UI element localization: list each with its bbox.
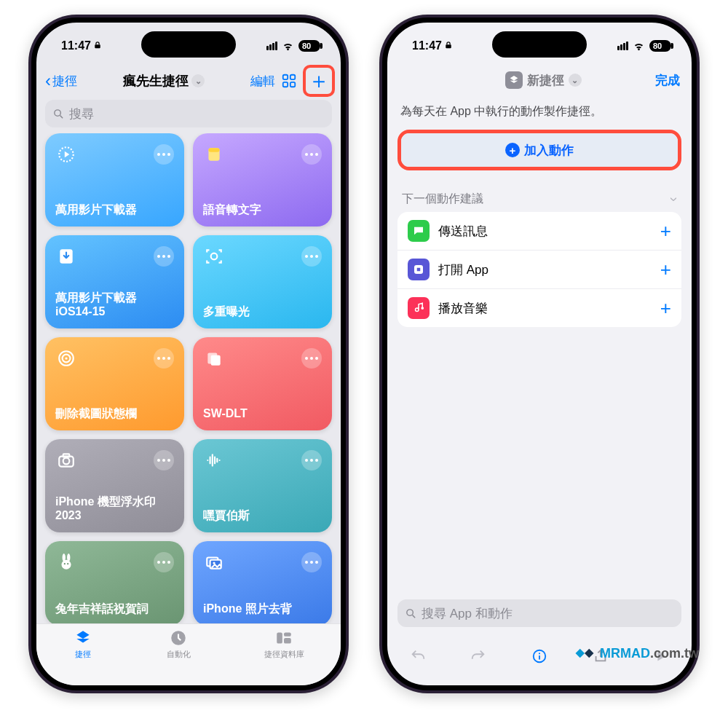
shortcut-app-icon [505,71,523,89]
more-icon[interactable] [301,552,322,572]
svg-point-22 [62,560,71,570]
prompt-text: 為每天在 App 中執行的動作製作捷徑。 [387,95,692,125]
tile-label: 刪除截圖狀態欄 [55,406,174,420]
suggestion-label: 打開 App [438,261,652,278]
svg-rect-3 [283,82,288,87]
chevron-down-icon: › [666,197,683,202]
suggestion-item-open-app[interactable]: 打開 App + [397,250,681,288]
back-label: 捷徑 [52,73,77,90]
dynamic-island [492,31,587,58]
shortcut-tile[interactable]: 萬用影片下載器 iOS14-15 [45,235,184,328]
search-placeholder: 搜尋 [69,106,94,122]
add-icon[interactable]: + [660,259,671,281]
add-shortcut-button[interactable]: ＋ [308,70,330,92]
plus-circle-icon: + [505,143,520,157]
tile-label: SW-DLT [203,406,322,420]
camera-scan-icon [203,245,225,267]
shortcut-title[interactable]: 新捷徑 ⌄ [505,71,582,89]
view-mode-button[interactable] [280,73,298,89]
waveform-icon [203,449,225,471]
more-icon[interactable] [301,348,322,369]
phone-right: 11:47 80 新捷徑 ⌄ 完成 為每天在 App 中執行的 [379,15,700,693]
chevron-down-icon: ⌄ [569,74,582,87]
shortcut-tile[interactable]: 兔年吉祥話祝賀詞 [45,541,184,623]
back-button[interactable]: ‹ 捷徑 [45,72,77,90]
tab-label: 捷徑資料庫 [264,649,304,660]
chevron-left-icon: ‹ [45,72,51,90]
search-actions-input[interactable]: 搜尋 App 和動作 [397,599,681,627]
more-icon[interactable] [154,144,174,165]
shortcut-tile[interactable]: iPhone 機型浮水印2023 [45,439,184,532]
lock-icon [445,39,452,52]
svg-line-36 [413,615,416,618]
tile-label: 嘿賈伯斯 [203,508,322,522]
svg-rect-16 [211,355,221,366]
svg-rect-2 [290,75,295,79]
wifi-icon [633,40,645,52]
more-icon[interactable] [154,552,174,572]
done-button[interactable]: 完成 [655,72,680,89]
add-action-label: 加入動作 [524,142,574,159]
svg-point-35 [407,609,414,615]
add-icon[interactable]: + [660,220,671,243]
svg-point-18 [63,458,70,465]
svg-point-11 [211,253,218,260]
chevron-down-icon: ⌄ [191,74,205,87]
shortcut-tile[interactable]: 萬用影片下載器 [45,133,184,226]
shortcut-tile[interactable]: SW-DLT [193,337,332,430]
more-icon[interactable] [301,144,322,165]
more-icon[interactable] [154,246,174,267]
more-icon[interactable] [154,450,174,470]
add-action-button[interactable]: + 加入動作 [401,133,678,167]
search-icon [405,607,417,620]
more-icon[interactable] [154,348,174,369]
search-input[interactable]: 搜尋 [45,100,332,127]
svg-point-14 [65,357,67,359]
info-button[interactable] [529,646,550,666]
phone-left: 11:47 80 ‹ 捷徑 瘋先生捷徑 ⌄ 編輯 [28,15,349,693]
shortcut-tile[interactable]: 多重曝光 [193,235,332,328]
svg-rect-4 [290,82,295,87]
shortcut-tile[interactable]: 嘿賈伯斯 [193,439,332,532]
tab-shortcuts[interactable]: 捷徑 [73,629,93,660]
suggestion-item-play-music[interactable]: 播放音樂 + [397,288,681,327]
tab-automation[interactable]: 自動化 [167,629,191,660]
svg-point-23 [64,563,66,564]
rabbit-icon [55,551,77,573]
svg-rect-30 [284,632,291,636]
tab-gallery[interactable]: 捷徑資料庫 [264,629,304,660]
tab-label: 自動化 [167,649,191,660]
music-icon [408,297,430,319]
more-icon[interactable] [301,246,322,267]
svg-rect-31 [284,638,291,644]
suggestion-item-messages[interactable]: 傳送訊息 + [397,212,681,250]
add-icon[interactable]: + [660,297,671,320]
suggestions-header[interactable]: 下一個動作建議 › [387,191,692,212]
shortcut-tile[interactable]: iPhone 照片去背 [193,541,332,623]
tile-label: iPhone 照片去背 [203,602,322,615]
dynamic-island [141,31,236,58]
photos-icon [203,551,225,573]
shortcut-tile[interactable]: 語音轉文字 [193,133,332,226]
stack-icon [203,347,225,369]
undo-button[interactable] [408,646,428,666]
edit-button[interactable]: 編輯 [250,73,275,90]
tile-label: 兔年吉祥話祝賀詞 [55,602,174,615]
suggestions-list: 傳送訊息 + 打開 App + 播放音樂 + [397,212,681,327]
search-placeholder: 搜尋 App 和動作 [422,605,513,622]
cellular-signal-icon [266,42,277,50]
tile-label: iPhone 機型浮水印2023 [55,495,174,522]
cellular-signal-icon [617,42,628,50]
redo-button[interactable] [468,646,488,666]
status-time: 11:47 [61,39,91,52]
folder-title[interactable]: 瘋先生捷徑 ⌄ [82,72,246,90]
more-icon[interactable] [301,450,322,470]
mrmad-logo-icon [574,645,596,662]
status-time: 11:47 [412,39,442,52]
svg-line-6 [60,115,63,118]
target-icon [55,347,77,369]
svg-rect-29 [277,632,282,643]
tab-label: 捷徑 [75,649,91,660]
shortcut-tile[interactable]: 刪除截圖狀態欄 [45,337,184,430]
svg-rect-1 [283,75,288,79]
